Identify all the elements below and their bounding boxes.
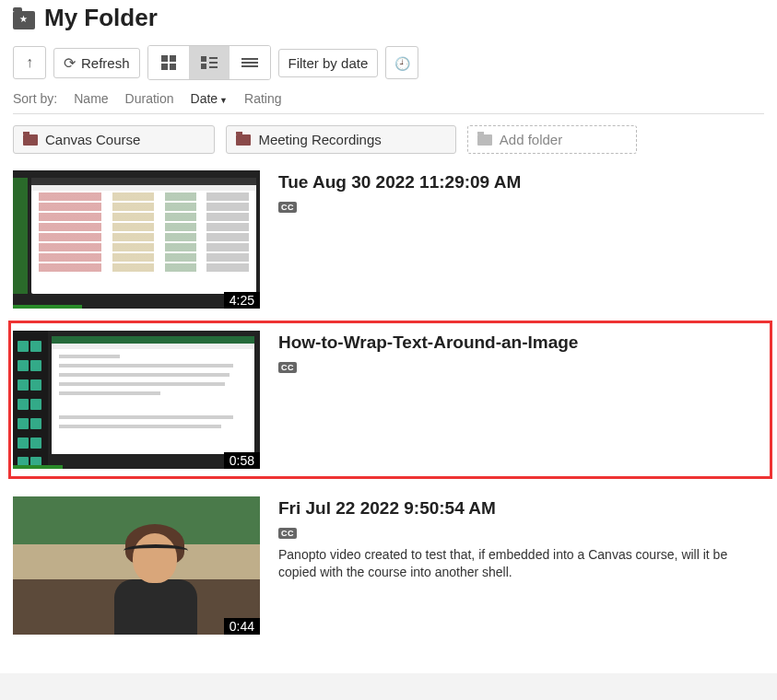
folder-icon (236, 134, 251, 146)
video-description: Panopto video created to test that, if e… (278, 546, 764, 581)
duration-badge: 0:44 (224, 618, 260, 635)
view-list-button[interactable] (189, 46, 230, 79)
add-folder-label: Add folder (500, 132, 562, 147)
sort-rating[interactable]: Rating (244, 91, 281, 106)
filter-label: Filter by date (288, 55, 369, 71)
folder-icon (23, 134, 38, 146)
refresh-button[interactable]: Refresh (53, 48, 140, 78)
video-item: 4:25 Tue Aug 30 2022 11:29:09 AM CC (13, 165, 764, 325)
sort-row: Sort by: Name Duration Date Rating (13, 89, 764, 114)
cc-badge: CC (278, 528, 297, 539)
video-thumbnail[interactable]: 4:25 (13, 170, 260, 309)
cc-badge: CC (278, 202, 297, 213)
toolbar: Refresh Filter by date (13, 41, 764, 89)
video-title[interactable]: How-to-Wrap-Text-Around-an-Image (278, 332, 764, 353)
progress-bar (13, 305, 82, 309)
grid-icon (161, 55, 176, 70)
recent-button[interactable] (385, 46, 418, 79)
list-icon (201, 56, 218, 69)
video-item: 0:44 Fri Jul 22 2022 9:50:54 AM CC Panop… (13, 491, 764, 651)
view-grid-button[interactable] (148, 46, 189, 79)
sort-label: Sort by: (13, 91, 57, 106)
video-list: 4:25 Tue Aug 30 2022 11:29:09 AM CC (13, 165, 764, 651)
video-title[interactable]: Fri Jul 22 2022 9:50:54 AM (278, 498, 764, 519)
detail-icon (241, 56, 258, 69)
video-title[interactable]: Tue Aug 30 2022 11:29:09 AM (278, 172, 764, 192)
view-detail-button[interactable] (230, 46, 270, 79)
add-folder-button[interactable]: Add folder (467, 125, 637, 154)
footer-strip (0, 673, 777, 700)
progress-bar (13, 465, 63, 469)
cc-badge: CC (278, 362, 297, 373)
folder-add-icon (477, 134, 492, 146)
up-button[interactable] (13, 46, 46, 79)
folder-star-icon (13, 11, 35, 29)
sort-duration[interactable]: Duration (125, 91, 174, 106)
video-item: 0:58 How-to-Wrap-Text-Around-an-Image CC (9, 321, 771, 478)
view-mode-segment (147, 45, 271, 80)
duration-badge: 4:25 (224, 292, 260, 309)
video-thumbnail[interactable]: 0:58 (13, 331, 260, 469)
refresh-icon (64, 54, 76, 72)
sort-date[interactable]: Date (191, 91, 229, 106)
subfolder-meeting-recordings[interactable]: Meeting Recordings (226, 125, 455, 154)
subfolder-label: Canvas Course (45, 132, 140, 147)
filter-by-date-button[interactable]: Filter by date (278, 49, 379, 77)
subfolder-row: Canvas Course Meeting Recordings Add fol… (13, 114, 764, 165)
clock-icon (394, 55, 410, 71)
video-thumbnail[interactable]: 0:44 (13, 496, 260, 635)
refresh-label: Refresh (81, 55, 130, 71)
duration-badge: 0:58 (224, 452, 260, 469)
subfolder-label: Meeting Recordings (258, 132, 381, 147)
sort-name[interactable]: Name (74, 91, 108, 106)
arrow-up-icon (26, 54, 33, 71)
page-title: My Folder (44, 4, 158, 32)
subfolder-canvas-course[interactable]: Canvas Course (13, 125, 215, 154)
